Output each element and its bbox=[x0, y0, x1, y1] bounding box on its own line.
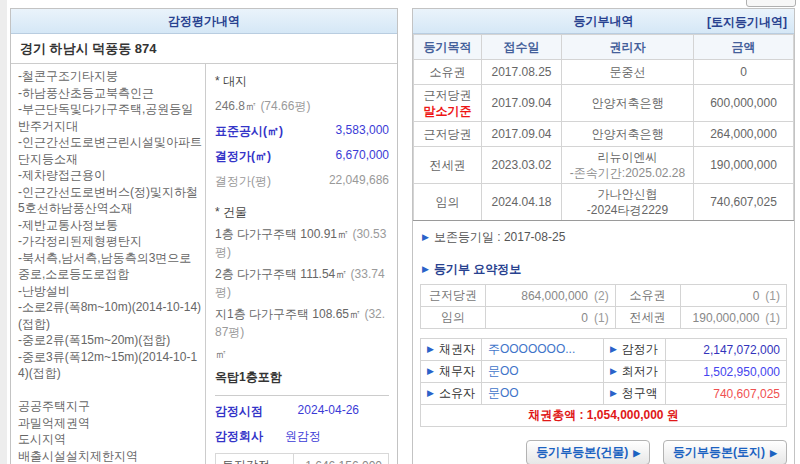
summary-value: 0(1) bbox=[485, 307, 615, 329]
registry-summary-table: 근저당권 864,000,000(2) 소유권 0(1) 임의 0(1) 전세권… bbox=[420, 284, 787, 329]
bullet-arrow-icon: ▶ bbox=[427, 388, 434, 398]
cell-amount: 0 bbox=[694, 60, 794, 85]
appraisal-company-label: 감정회사 bbox=[215, 428, 263, 445]
building-floor-line: 2층 다가구주택 111.54㎡ (33.74평) bbox=[215, 265, 389, 301]
description-line: -난방설비 bbox=[18, 283, 202, 300]
cell-purpose: 소유권 bbox=[414, 60, 482, 85]
land-registry-link[interactable]: [토지등기내역] bbox=[707, 14, 787, 31]
cell-purpose: 전세권 bbox=[414, 147, 482, 184]
summary-value: 864,000,000(2) bbox=[485, 285, 615, 307]
col-header-holder: 권리자 bbox=[562, 35, 694, 60]
description-line: -부근단독및다가구주택,공원등일반주거지대 bbox=[18, 101, 202, 134]
appraisal-panel-header: 감정평가내역 bbox=[11, 9, 397, 34]
official-price-value: 3,583,000 bbox=[336, 123, 389, 140]
description-line: -소로2류(폭8m~10m)(2014-10-14)(접합) bbox=[18, 299, 202, 332]
appraisal-date-label: 감정시점 bbox=[215, 403, 263, 420]
summary-label: 소유권 bbox=[615, 285, 680, 307]
building-extra-unit: ㎡ bbox=[215, 346, 389, 363]
owner-label: ▶소유자 bbox=[421, 383, 482, 405]
description-line: -철콘구조기타지붕 bbox=[18, 68, 202, 85]
baseline-cancellation-flag: 말소기준 bbox=[417, 103, 478, 119]
cell-amount: 600,000,000 bbox=[694, 85, 794, 122]
table-row: 토지감정 1,646,156,000 bbox=[216, 454, 389, 464]
button-label: 등기부등본(건물) bbox=[536, 444, 628, 461]
zoning-line: 도시지역 bbox=[18, 431, 202, 448]
zoning-line: 배출시설설치제한지역 bbox=[18, 448, 202, 464]
bullet-arrow-icon: ▶ bbox=[427, 366, 434, 376]
registry-summary-title: ▶등기부 요약정보 bbox=[422, 261, 794, 278]
appraisal-panel: 감정평가내역 경기 하남시 덕풍동 874 -철콘구조기타지붕 -하남풍산초등교… bbox=[10, 8, 398, 464]
button-label: 등기부등본(토지) bbox=[673, 444, 765, 461]
appraisal-panel-title: 감정평가내역 bbox=[168, 13, 240, 30]
preservation-date-note: ▶보존등기일 : 2017-08-25 bbox=[422, 229, 794, 246]
building-registry-button[interactable]: 등기부등본(건물) ▶ bbox=[526, 440, 650, 464]
appraised-price-label: ▶감정가 bbox=[603, 339, 665, 361]
land-area: 246.8㎡ (74.66평) bbox=[215, 98, 389, 115]
cell-amount: 264,000,000 bbox=[694, 122, 794, 147]
cell-holder: 안양저축은행 bbox=[562, 85, 694, 122]
debtor-value: 문OO bbox=[481, 361, 603, 383]
appraisal-company-value: 원감정 bbox=[285, 428, 321, 445]
appraisal-date-value: 2024-04-26 bbox=[298, 403, 359, 420]
land-area-value: 246.8㎡ bbox=[215, 99, 257, 113]
bullet-arrow-icon: ▶ bbox=[422, 232, 429, 242]
debtor-label: ▶채무자 bbox=[421, 361, 482, 383]
summary-label: 전세권 bbox=[615, 307, 680, 329]
bullet-arrow-icon: ▶ bbox=[427, 344, 434, 354]
rooftop-note: 옥탑1층포함 bbox=[215, 369, 389, 386]
minimum-price-label: ▶최저가 bbox=[603, 361, 665, 383]
cell-date: 2023.03.02 bbox=[482, 147, 562, 184]
registry-table-header-row: 등기목적 접수일 권리자 금액 bbox=[414, 35, 794, 60]
col-header-purpose: 등기목적 bbox=[414, 35, 482, 60]
registry-table: 등기목적 접수일 권리자 금액 소유권 2017.08.25 문중선 0 근저당… bbox=[413, 34, 794, 221]
cell-holder: 리뉴이엔씨 -존속기간:2025.02.28 bbox=[562, 147, 694, 184]
property-description-list: -철콘구조기타지붕 -하남풍산초등교북측인근 -부근단독및다가구주택,공원등일반… bbox=[11, 64, 206, 464]
land-registry-button[interactable]: 등기부등본(토지) ▶ bbox=[663, 440, 787, 464]
decided-price-pyeong-row: 결정가(평) 22,049,686 bbox=[215, 173, 389, 190]
description-line: -하남풍산초등교북측인근 bbox=[18, 85, 202, 102]
summary-value: 0(1) bbox=[680, 285, 786, 307]
building-floor-line: 지1층 다가구주택 108.65㎡ (32.87평) bbox=[215, 305, 389, 341]
owner-value: 문OO bbox=[481, 383, 603, 405]
land-appraisal-label: 토지감정 bbox=[216, 454, 294, 464]
auction-start-row: 임의 2024.04.18 가나안신협 -2024타경2229 740,607,… bbox=[414, 184, 794, 221]
zoning-line: 공공주택지구 bbox=[18, 398, 202, 415]
decided-price-pyeong-value: 22,049,686 bbox=[329, 173, 389, 190]
cell-date: 2017.09.04 bbox=[482, 85, 562, 122]
description-line: -중로3류(폭12m~15m)(2014-10-14)(접합) bbox=[18, 349, 202, 382]
land-area-pyeong: (74.66평) bbox=[260, 99, 310, 113]
summary-label: 근저당권 bbox=[421, 285, 486, 307]
building-floor-text: 지1층 다가구주택 108.65㎡ bbox=[215, 307, 361, 321]
property-address: 경기 하남시 덕풍동 874 bbox=[11, 34, 397, 64]
creditor-value[interactable]: 주OOOOOOO... bbox=[481, 339, 603, 361]
zoning-line: 과밀억제권역 bbox=[18, 415, 202, 432]
holder-text: 가나안신협 bbox=[565, 186, 690, 202]
table-row: 근저당권 2017.09.04 안양저축은행 264,000,000 bbox=[414, 122, 794, 147]
description-spacer bbox=[18, 382, 202, 399]
description-line: -제차량접근용이 bbox=[18, 167, 202, 184]
bullet-arrow-icon: ▶ bbox=[610, 388, 617, 398]
registry-panel-header: 등기부내역 [토지등기내역] bbox=[413, 9, 794, 34]
decided-price-sqm-label: 결정가(㎡) bbox=[215, 148, 271, 165]
registry-buttons-row: 등기부등본(건물) ▶ 등기부등본(토지) ▶ bbox=[413, 440, 794, 464]
land-section-marker: * 대지 bbox=[215, 73, 389, 90]
page-left-edge bbox=[0, 0, 7, 464]
registry-panel-title: 등기부내역 bbox=[574, 13, 634, 30]
appraised-price-value: 2,147,072,000 bbox=[665, 339, 786, 361]
holder-text: 리뉴이엔씨 bbox=[565, 149, 690, 165]
cell-purpose: 임의 bbox=[414, 184, 482, 221]
description-line: -인근간선도로변근린시설및아파트단지등소재 bbox=[18, 134, 202, 167]
appraisal-amounts-table: 토지감정 1,646,156,000 건물감정 500,916,000 합계 2… bbox=[215, 453, 389, 464]
purpose-text: 근저당권 bbox=[417, 87, 478, 103]
arrow-right-icon: ▶ bbox=[633, 448, 640, 458]
summary-title-text: 등기부 요약정보 bbox=[434, 262, 521, 276]
description-line: -인근간선도로변버스(정)및지하철5호선하남풍산역소재 bbox=[18, 184, 202, 217]
building-floor-text: 1층 다가구주택 100.91㎡ bbox=[215, 227, 349, 241]
partial-button-top-right[interactable] bbox=[746, 0, 796, 7]
holder-subtext: -존속기간:2025.02.28 bbox=[565, 165, 690, 181]
total-debt-row: 채권총액 : 1,054,000,000 원 bbox=[421, 405, 787, 427]
building-floor-text: 2층 다가구주택 111.54㎡ bbox=[215, 267, 347, 281]
bullet-arrow-icon: ▶ bbox=[610, 366, 617, 376]
cell-amount: 190,000,000 bbox=[694, 147, 794, 184]
table-row: 근저당권 864,000,000(2) 소유권 0(1) bbox=[421, 285, 787, 307]
